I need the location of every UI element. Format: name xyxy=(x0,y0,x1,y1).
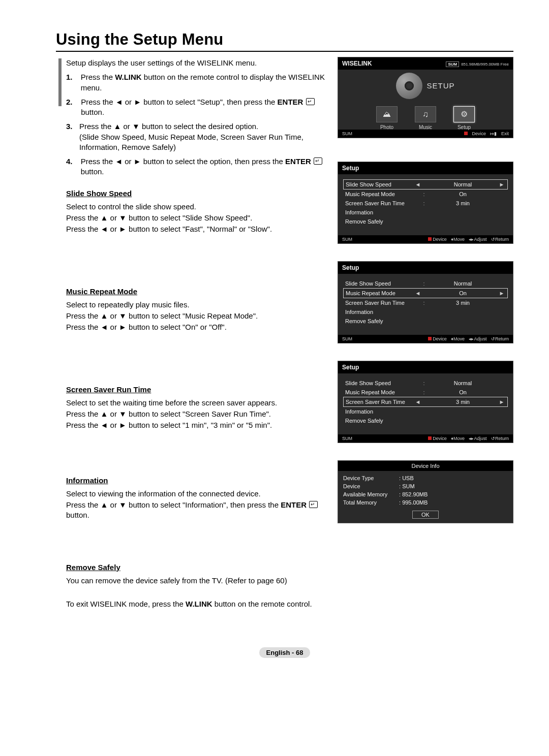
device-info-value: 852.90MB xyxy=(399,491,428,497)
setup-title: Setup xyxy=(338,162,513,174)
setup-menu-item[interactable]: Information xyxy=(343,307,508,317)
arrow-left-icon: ◄ xyxy=(414,399,421,405)
section-body-music: Select to repeatedly play music files. P… xyxy=(66,300,328,333)
setup-menu-item[interactable]: Slide Show Speed : Normal xyxy=(343,279,508,288)
memory-label: 851.98MB/995.00MB Free xyxy=(461,62,509,67)
device-info-title: Device Info xyxy=(338,461,513,471)
device-info-row: DeviceSUM xyxy=(343,482,508,490)
menu-item-label: Remove Safely xyxy=(345,318,414,324)
section-heading-screensaver: Screen Saver Run Time xyxy=(66,385,328,395)
section-body-slide: Select to control the slide show speed. … xyxy=(66,202,328,235)
menu-item-label: Slide Show Speed xyxy=(345,280,414,287)
device-info-row: Available Memory852.90MB xyxy=(343,490,508,498)
menu-item-value: Normal xyxy=(427,380,499,386)
return-hint: ↺Return xyxy=(491,237,509,242)
menu-item-value: 3 min xyxy=(428,399,498,405)
enter-icon xyxy=(306,98,315,105)
menu-item-value: On xyxy=(427,389,499,395)
setup-menu-item[interactable]: Slide Show Speed ◄ : Normal ► xyxy=(343,179,508,190)
enter-icon xyxy=(309,501,318,508)
page-title: Using the Setup Menu xyxy=(56,30,513,52)
adjust-hint: ◂▸Adjust xyxy=(469,336,486,341)
setup-big-label: SETUP xyxy=(426,81,454,90)
setup-menu-item[interactable]: Music Repeat Mode ◄ : On ► xyxy=(343,288,508,298)
menu-item-label: Remove Safely xyxy=(345,218,414,225)
red-square-icon xyxy=(464,132,468,135)
section-heading-slide: Slide Show Speed xyxy=(66,188,328,199)
setup-menu-item[interactable]: Remove Safely xyxy=(343,217,508,226)
setup-menu-item[interactable]: Screen Saver Run Time : 3 min xyxy=(343,199,508,208)
device-info-value: SUM xyxy=(399,483,415,489)
wiselink-item-photo[interactable]: ⛰ Photo xyxy=(375,106,399,130)
section-body-remove: You can remove the device safely from th… xyxy=(66,576,328,586)
setup-menu-item[interactable]: Remove Safely xyxy=(343,416,508,425)
menu-item-label: Information xyxy=(345,408,414,415)
setup-menu-item[interactable]: Screen Saver Run Time ◄ : 3 min ► xyxy=(343,397,508,407)
photo-icon: ⛰ xyxy=(376,106,398,122)
menu-item-label: Screen Saver Run Time xyxy=(346,399,414,405)
footer-sum: SUM xyxy=(342,237,352,242)
step-text: Press the W.LINK button on the remote co… xyxy=(81,72,328,93)
arrow-left-icon: ◄ xyxy=(414,290,421,296)
sum-badge: SUM xyxy=(446,61,459,67)
wiselink-item-setup[interactable]: ⚙ Setup xyxy=(452,106,476,130)
footer-sum: SUM xyxy=(342,336,352,341)
menu-item-value: On xyxy=(427,191,499,197)
section-heading-info: Information xyxy=(66,476,328,486)
step-num: 1. xyxy=(66,72,75,93)
arrow-right-icon: ► xyxy=(498,181,505,187)
gear-icon xyxy=(396,73,422,99)
red-square-icon xyxy=(428,237,432,241)
device-info-key: Available Memory xyxy=(343,491,399,497)
setup-menu-item[interactable]: Slide Show Speed : Normal xyxy=(343,379,508,388)
device-info-value: 995.00MB xyxy=(399,499,428,506)
setup-menu-item[interactable]: Screen Saver Run Time : 3 min xyxy=(343,298,508,307)
section-body-screensaver: Select to set the waiting time before th… xyxy=(66,398,328,431)
menu-item-label: Slide Show Speed xyxy=(345,380,414,386)
wiselink-screenshot: WISELINK SUM851.98MB/995.00MB Free SETUP… xyxy=(338,57,513,138)
setup-title: Setup xyxy=(338,262,513,274)
setup-screenshot: Setup Slide Show Speed : Normal Music Re… xyxy=(338,261,513,343)
wiselink-item-music[interactable]: ♫ Music xyxy=(413,106,438,130)
enter-icon xyxy=(314,158,322,165)
exit-text: To exit WISELINK mode, press the W.LINK … xyxy=(66,599,328,609)
step-num: 3. xyxy=(66,121,73,152)
move-hint: ♦Move xyxy=(451,336,465,341)
section-marker xyxy=(58,58,62,106)
menu-item-label: Information xyxy=(345,209,414,215)
setup-menu-item[interactable]: Remove Safely xyxy=(343,317,508,326)
step-num: 4. xyxy=(66,156,75,177)
menu-item-value: Normal xyxy=(428,181,498,187)
menu-item-label: Screen Saver Run Time xyxy=(345,300,414,306)
section-heading-music: Music Repeat Mode xyxy=(66,287,328,297)
setup-menu-item[interactable]: Music Repeat Mode : On xyxy=(343,388,508,397)
setup-menu-item[interactable]: Information xyxy=(343,208,508,217)
step-text: Press the ◄ or ► button to select "Setup… xyxy=(81,97,328,118)
menu-item-label: Music Repeat Mode xyxy=(346,290,414,296)
menu-item-label: Information xyxy=(345,309,414,315)
page-number: English - 68 xyxy=(259,647,311,658)
setup-menu-item[interactable]: Information xyxy=(343,407,508,416)
setup-screenshot: Setup Slide Show Speed ◄ : Normal ► Musi… xyxy=(338,162,513,244)
steps-list: 1. Press the W.LINK button on the remote… xyxy=(66,72,328,177)
footer-sum: SUM xyxy=(342,131,352,136)
device-info-row: Total Memory995.00MB xyxy=(343,498,508,507)
wiselink-title: WISELINK xyxy=(342,60,372,67)
step-num: 2. xyxy=(66,97,75,118)
menu-item-label: Music Repeat Mode xyxy=(345,389,414,395)
setup-menu-item[interactable]: Music Repeat Mode : On xyxy=(343,190,508,199)
red-square-icon xyxy=(428,337,432,340)
page-footer: English - 68 xyxy=(56,647,513,658)
menu-item-label: Screen Saver Run Time xyxy=(345,200,414,206)
step-text: Press the ◄ or ► button to select the op… xyxy=(81,156,328,177)
menu-item-value: Normal xyxy=(427,280,499,287)
adjust-hint: ◂▸Adjust xyxy=(469,436,486,441)
footer-sum: SUM xyxy=(342,436,352,441)
ok-button[interactable]: OK xyxy=(412,511,439,519)
device-info-key: Total Memory xyxy=(343,499,399,506)
red-square-icon xyxy=(428,436,432,440)
device-info-screenshot: Device Info Device TypeUSBDeviceSUMAvail… xyxy=(338,460,513,523)
menu-item-value: 3 min xyxy=(427,200,499,206)
music-icon: ♫ xyxy=(415,106,436,122)
device-info-row: Device TypeUSB xyxy=(343,474,508,482)
